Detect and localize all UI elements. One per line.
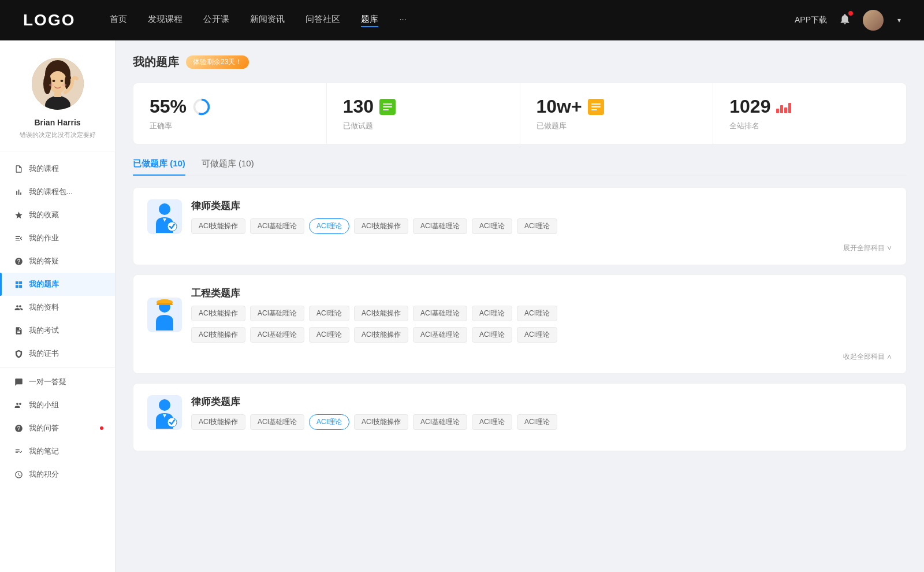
sidebar-item-notes[interactable]: 我的笔记 — [0, 440, 115, 463]
sidebar-item-certificate[interactable]: 我的证书 — [0, 342, 115, 365]
done-questions-icon — [379, 99, 396, 115]
tabs-row: 已做题库 (10) 可做题库 (10) — [133, 158, 907, 176]
tag-lawyer1-5[interactable]: ACI理论 — [472, 218, 512, 234]
nav-item-bank[interactable]: 题库 — [361, 14, 378, 27]
tag-eng-r2-1[interactable]: ACI基础理论 — [250, 327, 304, 343]
nav-item-news[interactable]: 新闻资讯 — [250, 14, 285, 27]
sidebar-item-my-qa[interactable]: 我的问答 — [0, 417, 115, 440]
sidebar-item-my-qa-label: 我的问答 — [29, 423, 59, 433]
tag-lawyer1-1[interactable]: ACI基础理论 — [250, 218, 304, 234]
stat-done-questions: 130 已做试题 — [327, 83, 520, 144]
sidebar-item-my-course-label: 我的课程 — [29, 164, 59, 174]
sidebar-item-tutoring-label: 一对一答疑 — [29, 377, 66, 387]
tag-lawyer2-4[interactable]: ACI基础理论 — [413, 414, 467, 430]
tag-eng-r1-4[interactable]: ACI基础理论 — [413, 306, 467, 321]
chat-icon — [14, 377, 23, 387]
tag-eng-r2-0[interactable]: ACI技能操作 — [191, 327, 245, 343]
cert-icon — [14, 349, 23, 358]
tag-lawyer2-3[interactable]: ACI技能操作 — [354, 414, 408, 430]
sidebar-item-profile-label: 我的资料 — [29, 302, 59, 313]
tag-eng-r1-5[interactable]: ACI理论 — [472, 306, 512, 321]
svg-rect-14 — [383, 103, 392, 105]
logo[interactable]: LOGO — [23, 11, 75, 29]
sidebar-item-homework[interactable]: 我的作业 — [0, 226, 115, 250]
tag-lawyer2-0[interactable]: ACI技能操作 — [191, 414, 245, 430]
sidebar-item-profile[interactable]: 我的资料 — [0, 296, 115, 319]
ranking-chart-icon — [776, 101, 791, 113]
svg-rect-26 — [157, 303, 173, 305]
tag-lawyer2-6[interactable]: ACI理论 — [517, 414, 557, 430]
tag-lawyer1-6[interactable]: ACI理论 — [517, 218, 557, 234]
tag-lawyer2-1[interactable]: ACI基础理论 — [250, 414, 304, 430]
svg-rect-16 — [383, 109, 389, 110]
sidebar-item-questions[interactable]: 我的答疑 — [0, 250, 115, 273]
notification-badge — [848, 11, 853, 16]
sidebar-item-my-course[interactable]: 我的课程 — [0, 157, 115, 180]
avatar[interactable] — [863, 10, 884, 31]
tab-todo[interactable]: 可做题库 (10) — [202, 158, 254, 175]
tag-eng-r1-2[interactable]: ACI理论 — [309, 306, 349, 321]
sidebar-item-favorites-label: 我的收藏 — [29, 210, 59, 220]
lawyer-icon — [150, 201, 179, 233]
done-questions-value: 130 — [343, 96, 374, 117]
tag-lawyer2-5[interactable]: ACI理论 — [472, 414, 512, 430]
chart-bar-icon — [14, 187, 23, 196]
tags-row-lawyer-1: ACI技能操作 ACI基础理论 ACI理论 ACI技能操作 ACI基础理论 AC… — [191, 218, 557, 234]
tag-lawyer1-2[interactable]: ACI理论 — [309, 218, 349, 234]
sidebar-item-course-package[interactable]: 我的课程包... — [0, 180, 115, 203]
bank-title-engineer: 工程类题库 — [191, 287, 892, 300]
bank-avatar-engineer — [147, 298, 182, 332]
page-title: 我的题库 — [133, 54, 179, 70]
qa-notification-dot — [100, 426, 103, 430]
expand-link-lawyer-1[interactable]: 展开全部科目 ∨ — [147, 243, 892, 253]
tab-done[interactable]: 已做题库 (10) — [133, 158, 185, 175]
nav-item-home[interactable]: 首页 — [110, 14, 127, 27]
tag-lawyer1-0[interactable]: ACI技能操作 — [191, 218, 245, 234]
tag-eng-r2-2[interactable]: ACI理论 — [309, 327, 349, 343]
qa-icon — [14, 424, 23, 433]
nav-item-courses[interactable]: 发现课程 — [148, 14, 182, 27]
svg-point-27 — [159, 399, 170, 411]
collapse-link-engineer[interactable]: 收起全部科目 ∧ — [147, 352, 892, 362]
nav-item-more[interactable]: ··· — [399, 14, 407, 27]
sidebar-item-bank[interactable]: 我的题库 — [0, 273, 115, 296]
tag-eng-r1-3[interactable]: ACI技能操作 — [354, 306, 408, 321]
tag-eng-r2-5[interactable]: ACI理论 — [472, 327, 512, 343]
correct-rate-value: 55% — [150, 96, 187, 117]
sidebar-item-favorites[interactable]: 我的收藏 — [0, 203, 115, 226]
sidebar-item-questions-label: 我的答疑 — [29, 256, 59, 266]
tag-lawyer1-4[interactable]: ACI基础理论 — [413, 218, 467, 234]
sidebar-item-tutoring[interactable]: 一对一答疑 — [0, 370, 115, 393]
notification-bell[interactable] — [839, 13, 851, 28]
tag-eng-r1-0[interactable]: ACI技能操作 — [191, 306, 245, 321]
bank-avatar-lawyer-2 — [147, 395, 182, 430]
svg-rect-15 — [383, 106, 392, 107]
topnav: LOGO 首页 发现课程 公开课 新闻资讯 问答社区 题库 ··· APP下载 … — [0, 0, 924, 40]
bank-title-lawyer-2: 律师类题库 — [191, 395, 557, 408]
chevron-down-icon[interactable]: ▾ — [897, 16, 901, 24]
sidebar-menu: 我的课程 我的课程包... 我的收藏 我的作业 — [0, 151, 115, 492]
tag-lawyer1-3[interactable]: ACI技能操作 — [354, 218, 408, 234]
tags-row-engineer-2: ACI技能操作 ACI基础理论 ACI理论 ACI技能操作 ACI基础理论 AC… — [191, 327, 892, 343]
tag-eng-r2-4[interactable]: ACI基础理论 — [413, 327, 467, 343]
done-questions-label: 已做试题 — [343, 121, 504, 131]
tag-eng-r2-6[interactable]: ACI理论 — [517, 327, 557, 343]
stat-ranking: 1029 全站排名 — [713, 83, 906, 144]
nav-item-qa[interactable]: 问答社区 — [305, 14, 340, 27]
file-icon — [14, 164, 23, 173]
app-download-button[interactable]: APP下载 — [795, 15, 827, 25]
tag-eng-r1-1[interactable]: ACI基础理论 — [250, 306, 304, 321]
stat-correct-rate: 55% 正确率 — [133, 83, 327, 144]
group-icon — [14, 400, 23, 410]
table-icon — [14, 280, 23, 289]
sidebar-item-course-package-label: 我的课程包... — [29, 187, 73, 197]
nav-item-open[interactable]: 公开课 — [203, 14, 229, 27]
tag-lawyer2-2[interactable]: ACI理论 — [309, 414, 349, 430]
svg-rect-19 — [591, 106, 601, 107]
sidebar-item-group[interactable]: 我的小组 — [0, 393, 115, 417]
tag-eng-r1-6[interactable]: ACI理论 — [517, 306, 557, 321]
tag-eng-r2-3[interactable]: ACI技能操作 — [354, 327, 408, 343]
sidebar-item-points[interactable]: 我的积分 — [0, 463, 115, 486]
bank-card-lawyer-2: 律师类题库 ACI技能操作 ACI基础理论 ACI理论 ACI技能操作 ACI基… — [133, 383, 907, 451]
sidebar-item-exam[interactable]: 我的考试 — [0, 319, 115, 342]
